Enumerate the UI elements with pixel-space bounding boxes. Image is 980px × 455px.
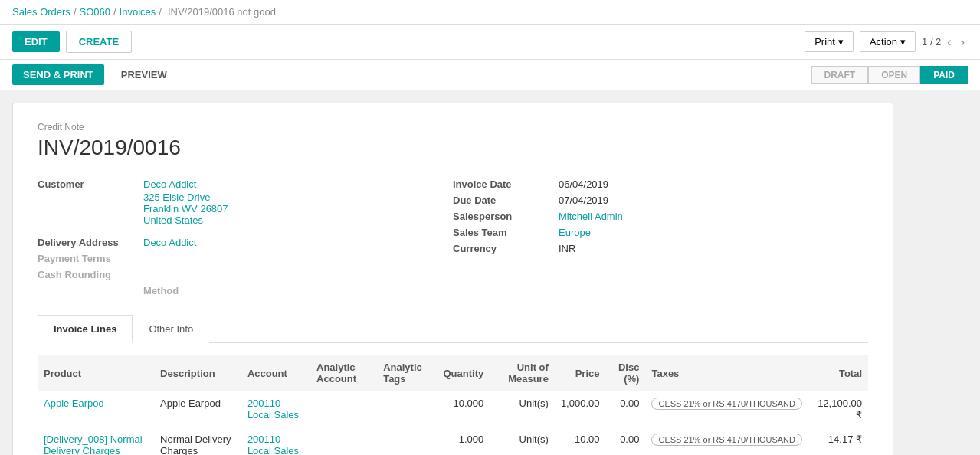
currency-label: Currency [453, 243, 552, 254]
create-button[interactable]: CREATE [66, 31, 132, 53]
col-total: Total [808, 355, 868, 391]
breadcrumb-current: INV/2019/0016 not good [168, 6, 276, 18]
document-fields: Customer Deco Addict 325 Elsie Drive Fra… [38, 178, 868, 296]
col-account: Account [241, 355, 310, 391]
method-row: Method [38, 285, 453, 296]
edit-button[interactable]: EDIT [12, 31, 60, 52]
action-chevron-icon: ▾ [900, 36, 906, 47]
customer-addr-line3: United States [143, 214, 453, 226]
col-description: Description [154, 355, 241, 391]
action-button[interactable]: Action ▾ [860, 31, 916, 52]
document-card: Credit Note INV/2019/0016 Customer Deco … [12, 103, 893, 455]
document-title: INV/2019/0016 [38, 136, 868, 160]
currency-row: Currency INR [453, 243, 868, 254]
col-unit-of-measure: Unit of Measure [490, 355, 555, 391]
row2-disc: 0.00 [606, 427, 646, 456]
currency-value: INR [559, 243, 575, 254]
row2-product[interactable]: [Delivery_008] Normal Delivery Charges [38, 427, 154, 456]
row1-quantity: 10.000 [437, 391, 490, 427]
customer-addr-line1: 325 Elsie Drive [143, 191, 453, 203]
print-label: Print [814, 36, 835, 47]
row2-tax-badge: CESS 21% or RS.4170/THOUSAND [651, 434, 802, 446]
row1-account[interactable]: 200110 Local Sales [241, 391, 310, 427]
sales-team-label: Sales Team [453, 227, 552, 238]
action-bar: EDIT CREATE Print ▾ Action ▾ 1 / 2 ‹ › [0, 25, 980, 60]
row2-account[interactable]: 200110 Local Sales [241, 427, 310, 456]
pager: 1 / 2 ‹ › [922, 34, 968, 51]
row1-uom: Unit(s) [490, 391, 555, 427]
row1-analytic-tags [377, 391, 437, 427]
print-chevron-icon: ▾ [838, 36, 844, 47]
tab-invoice-lines[interactable]: Invoice Lines [38, 315, 133, 343]
col-taxes: Taxes [645, 355, 808, 391]
customer-value[interactable]: Deco Addict [143, 178, 196, 190]
payment-terms-label: Payment Terms [38, 253, 137, 264]
payment-terms-row: Payment Terms [38, 253, 453, 264]
method-label: Method [143, 285, 243, 296]
salesperson-row: Salesperson Mitchell Admin [453, 211, 868, 222]
row1-price: 1,000.00 [555, 391, 606, 427]
breadcrumb-invoices[interactable]: Invoices [120, 6, 156, 18]
due-date-value: 07/04/2019 [559, 195, 608, 206]
invoice-date-row: Invoice Date 06/04/2019 [453, 178, 868, 190]
main-content: Credit Note INV/2019/0016 Customer Deco … [0, 90, 980, 455]
cash-rounding-label: Cash Rounding [38, 269, 137, 280]
col-product: Product [38, 355, 154, 391]
breadcrumb-sales-orders[interactable]: Sales Orders [12, 6, 70, 18]
field-section-left: Customer Deco Addict 325 Elsie Drive Fra… [38, 178, 453, 296]
row1-taxes: CESS 21% or RS.4170/THOUSAND [645, 391, 808, 427]
table-row: Apple Earpod Apple Earpod 200110 Local S… [38, 391, 868, 427]
row1-description: Apple Earpod [154, 391, 241, 427]
document-type-label: Credit Note [38, 122, 868, 133]
customer-addr-line2: Franklin WV 26807 [143, 203, 453, 214]
customer-label: Customer [38, 178, 137, 190]
row1-tax-badge: CESS 21% or RS.4170/THOUSAND [651, 398, 802, 410]
row1-product[interactable]: Apple Earpod [38, 391, 154, 427]
pager-next-button[interactable]: › [958, 34, 968, 51]
row2-total: 14.17 ₹ [808, 427, 868, 456]
cash-rounding-row: Cash Rounding [38, 269, 453, 280]
due-date-label: Due Date [453, 195, 552, 206]
breadcrumb: Sales Orders / SO060 / Invoices / INV/20… [0, 0, 980, 25]
col-analytic-tags: Analytic Tags [377, 355, 437, 391]
tab-other-info[interactable]: Other Info [133, 315, 209, 343]
table-row: [Delivery_008] Normal Delivery Charges N… [38, 427, 868, 456]
delivery-address-label: Delivery Address [38, 237, 137, 248]
col-quantity: Quantity [437, 355, 490, 391]
print-button[interactable]: Print ▾ [805, 31, 854, 52]
status-draft: DRAFT [811, 66, 869, 84]
due-date-row: Due Date 07/04/2019 [453, 195, 868, 206]
customer-field-row: Customer Deco Addict [38, 178, 453, 190]
row1-disc: 0.00 [606, 391, 646, 427]
col-disc: Disc (%) [606, 355, 646, 391]
status-paid: PAID [920, 66, 968, 84]
sales-team-row: Sales Team Europe [453, 227, 868, 238]
sales-team-value[interactable]: Europe [559, 227, 591, 238]
action-label: Action [870, 36, 897, 47]
preview-button[interactable]: PREVIEW [110, 64, 178, 85]
row2-price: 10.00 [555, 427, 606, 456]
status-open: OPEN [868, 66, 920, 84]
col-analytic-account: Analytic Account [310, 355, 377, 391]
row2-quantity: 1.000 [437, 427, 490, 456]
row2-description: Normal Delivery Charges [154, 427, 241, 456]
invoice-table: Product Description Account Analytic Acc… [38, 355, 868, 455]
status-badges: DRAFT OPEN PAID [811, 66, 968, 84]
col-price: Price [555, 355, 606, 391]
row2-analytic-account [310, 427, 377, 456]
delivery-address-row: Delivery Address Deco Addict [38, 237, 453, 248]
row1-total: 12,100.00 ₹ [808, 391, 868, 427]
pager-prev-button[interactable]: ‹ [944, 34, 954, 51]
salesperson-value[interactable]: Mitchell Admin [559, 211, 623, 222]
breadcrumb-so060[interactable]: SO060 [80, 6, 110, 18]
send-print-button[interactable]: SEND & PRINT [12, 64, 104, 85]
row2-taxes: CESS 21% or RS.4170/THOUSAND [645, 427, 808, 456]
tabs: Invoice Lines Other Info [38, 315, 868, 343]
delivery-address-value[interactable]: Deco Addict [143, 237, 196, 248]
customer-address: 325 Elsie Drive Franklin WV 26807 United… [143, 191, 453, 226]
field-section-right: Invoice Date 06/04/2019 Due Date 07/04/2… [453, 178, 868, 296]
invoice-date-value: 06/04/2019 [559, 178, 608, 190]
row2-uom: Unit(s) [490, 427, 555, 456]
row2-analytic-tags [377, 427, 437, 456]
status-bar: SEND & PRINT PREVIEW DRAFT OPEN PAID [0, 60, 980, 90]
